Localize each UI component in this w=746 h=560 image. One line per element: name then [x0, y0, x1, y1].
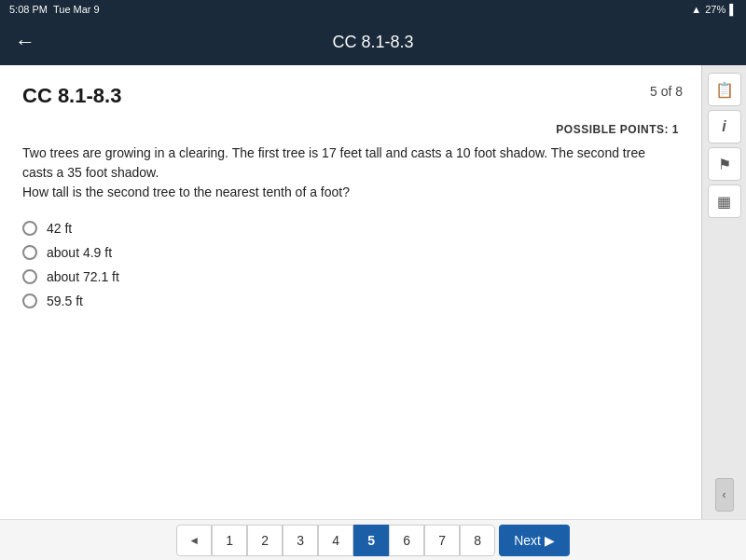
page-button-2[interactable]: 2	[247, 525, 283, 556]
flag-tool-button[interactable]: ⚑	[708, 147, 741, 181]
prev-icon: ◄	[188, 534, 200, 547]
page-button-4[interactable]: 4	[318, 525, 353, 556]
next-label: Next ▶	[514, 533, 555, 548]
page-button-6[interactable]: 6	[389, 525, 424, 556]
sidebar-tools: 📋 i ⚑ ▦ ‹	[701, 65, 746, 519]
prev-page-button[interactable]: ◄	[176, 525, 212, 556]
page-button-5[interactable]: 5	[353, 525, 389, 556]
date-display: Tue Mar 9	[53, 4, 100, 15]
content-area: CC 8.1-8.3 5 of 8 POSSIBLE POINTS: 1 Two…	[0, 65, 701, 519]
battery-icon: ▌	[729, 4, 737, 15]
battery-display: 27%	[705, 4, 725, 15]
option-label-4: 59.5 ft	[47, 294, 83, 308]
info-tool-button[interactable]: i	[708, 110, 741, 143]
radio-4[interactable]	[22, 294, 37, 308]
wifi-icon: ▲	[691, 4, 701, 15]
option-label-1: 42 ft	[47, 221, 72, 236]
option-label-3: about 72.1 ft	[47, 269, 119, 284]
page-button-8[interactable]: 8	[460, 525, 495, 556]
calculator-tool-button[interactable]: ▦	[708, 184, 741, 218]
header: ← CC 8.1-8.3	[0, 19, 746, 65]
radio-1[interactable]	[22, 221, 37, 236]
page-button-1[interactable]: 1	[212, 525, 247, 556]
page-counter: 5 of 8	[650, 84, 683, 99]
back-button[interactable]: ←	[15, 30, 35, 54]
calendar-tool-button[interactable]: 📋	[708, 73, 741, 106]
header-title: CC 8.1-8.3	[332, 33, 413, 52]
time-display: 5:08 PM	[9, 4, 48, 15]
options-list: 42 ft about 4.9 ft about 72.1 ft 59.5 ft	[22, 221, 679, 308]
option-label-2: about 4.9 ft	[47, 245, 112, 260]
calendar-icon: 📋	[715, 81, 734, 99]
status-right: ▲ 27% ▌	[691, 4, 737, 15]
page-title: CC 8.1-8.3	[22, 84, 679, 108]
radio-3[interactable]	[22, 269, 37, 284]
page-button-7[interactable]: 7	[424, 525, 460, 556]
pagination-container: ◄ 1 2 3 4 5 6 7 8 Next ▶	[176, 525, 570, 556]
calculator-icon: ▦	[717, 193, 731, 211]
option-item-2[interactable]: about 4.9 ft	[22, 245, 679, 260]
info-icon: i	[722, 118, 725, 135]
status-left: 5:08 PM Tue Mar 9	[9, 4, 100, 15]
option-item-4[interactable]: 59.5 ft	[22, 294, 679, 308]
option-item-3[interactable]: about 72.1 ft	[22, 269, 679, 284]
sidebar-collapse-button[interactable]: ‹	[715, 478, 734, 512]
next-button[interactable]: Next ▶	[499, 525, 570, 556]
option-item-1[interactable]: 42 ft	[22, 221, 679, 236]
radio-2[interactable]	[22, 245, 37, 260]
chevron-left-icon: ‹	[723, 488, 726, 501]
question-text: Two trees are growing in a clearing. The…	[22, 143, 675, 202]
status-bar: 5:08 PM Tue Mar 9 ▲ 27% ▌	[0, 0, 746, 19]
main-container: CC 8.1-8.3 5 of 8 POSSIBLE POINTS: 1 Two…	[0, 65, 746, 519]
bottom-nav: ◄ 1 2 3 4 5 6 7 8 Next ▶	[0, 519, 746, 560]
page-button-3[interactable]: 3	[283, 525, 318, 556]
possible-points: POSSIBLE POINTS: 1	[22, 123, 679, 136]
flag-icon: ⚑	[718, 156, 731, 173]
